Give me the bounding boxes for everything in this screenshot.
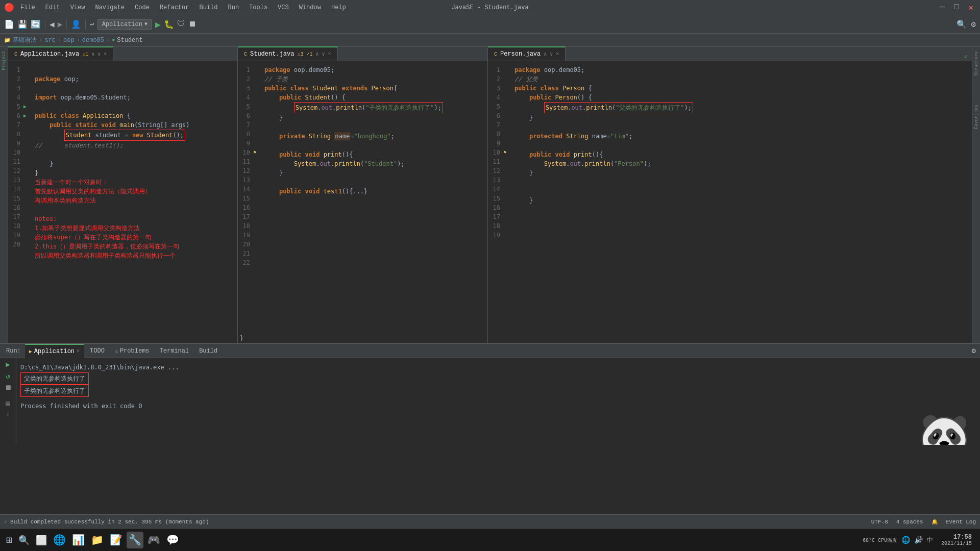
favorites-icon[interactable]: Favorites: [974, 105, 979, 130]
clock[interactable]: 17:58 2021/11/15: [937, 534, 976, 546]
problems-label: Problems: [120, 347, 150, 355]
chinese-input-icon[interactable]: 中: [927, 536, 933, 544]
debug-button[interactable]: 🐛: [164, 19, 174, 30]
code-editor-3[interactable]: 12345 678910 1112131415 16171819 ⚑ packa…: [488, 61, 972, 343]
code-text-1[interactable]: package oop; import oop.demo05.Student; …: [33, 61, 237, 343]
file-menu[interactable]: File: [16, 3, 39, 12]
help-menu[interactable]: Help: [327, 3, 350, 12]
line-numbers-1: 12345 678910 1112131415 1617181920: [8, 61, 22, 343]
code-menu[interactable]: Code: [131, 3, 154, 12]
titlebar-left: 🔴 File Edit View Navigate Code Refactor …: [4, 3, 350, 13]
game-icon[interactable]: 🎮: [145, 532, 162, 548]
terminal-label: Terminal: [160, 347, 189, 355]
person-check-icon: ✓: [964, 53, 968, 61]
event-log-label[interactable]: Event Log: [946, 519, 976, 525]
tab-up-icon-2: ∧: [315, 51, 318, 57]
code-editor-2[interactable]: 12345 678910 1112131415 1617181920 2122 …: [238, 61, 487, 334]
tab-student-java[interactable]: C Student.java ⚠3 ✓1 ∧ ∨ ×: [238, 46, 338, 61]
run-config-selector[interactable]: Application ▼: [97, 19, 152, 30]
volume-icon[interactable]: 🔊: [914, 536, 923, 544]
tab-label-3: Person.java: [500, 51, 541, 58]
sync-icon[interactable]: 🔄: [31, 19, 41, 30]
stop-button[interactable]: ⏹: [188, 19, 197, 29]
rerun-icon[interactable]: ↺: [6, 372, 10, 381]
code-text-2[interactable]: package oop.demo05; // 子类 public class S…: [262, 61, 487, 334]
breadcrumb-src[interactable]: src: [44, 37, 56, 44]
tab-down-icon-3: ∨: [550, 51, 553, 57]
spaces-label[interactable]: 4 spaces: [896, 519, 923, 525]
tab-close-3[interactable]: ×: [556, 52, 559, 57]
breadcrumb-demo05[interactable]: demo05: [82, 37, 104, 44]
settings-icon[interactable]: ⚙: [971, 19, 976, 30]
bottom-content: ▶ ↺ ⏹ ▤ ↕ D:\cs_AI\Java\jdk1.8.0_231\bin…: [0, 358, 980, 445]
console-output: D:\cs_AI\Java\jdk1.8.0_231\bin\java.exe …: [16, 358, 980, 445]
git-icon[interactable]: 👤: [71, 19, 81, 30]
close-button[interactable]: ✕: [966, 3, 976, 13]
wechat-icon[interactable]: 💬: [164, 532, 181, 548]
filter-icon[interactable]: ▤: [6, 399, 10, 408]
undo-icon[interactable]: ↩: [90, 20, 94, 29]
tab-close-2[interactable]: ×: [328, 52, 331, 57]
tab-warn-2: ⚠3 ✓1: [297, 51, 312, 57]
project-sidebar-icon[interactable]: Project: [2, 51, 7, 70]
date-display: 2021/11/15: [941, 541, 972, 546]
view-menu[interactable]: View: [66, 3, 89, 12]
outlook-icon[interactable]: 📊: [70, 532, 87, 548]
run-app-close[interactable]: ×: [77, 348, 80, 354]
tab-person-java[interactable]: C Person.java ∧ ∨ ×: [488, 46, 566, 61]
stop-run-icon[interactable]: ⏹: [5, 384, 12, 392]
code-editor-1[interactable]: 12345 678910 1112131415 1617181920 ▶ ▶ p…: [8, 61, 237, 343]
run-app-label: Application: [34, 348, 75, 355]
maximize-button[interactable]: □: [951, 3, 962, 13]
windows-start-icon[interactable]: ⊞: [4, 532, 14, 548]
forward-icon[interactable]: ▶: [58, 19, 63, 30]
taskview-icon[interactable]: ⬜: [34, 533, 49, 548]
event-log-icon: 🔔: [932, 519, 938, 525]
new-file-icon[interactable]: 📄: [4, 19, 14, 30]
explorer-icon[interactable]: 📁: [89, 532, 106, 548]
breadcrumb-student[interactable]: Student: [117, 37, 142, 44]
breadcrumb-oop[interactable]: oop: [63, 37, 75, 44]
settings-bottom-icon[interactable]: ⚙: [972, 346, 976, 355]
toolbar-sep1: [45, 19, 45, 30]
build-menu[interactable]: Build: [195, 3, 222, 12]
chrome-icon[interactable]: 🌐: [51, 532, 68, 548]
back-icon[interactable]: ◀: [50, 19, 55, 30]
edit-menu[interactable]: Edit: [41, 3, 64, 12]
breadcrumb-sep4: ›: [106, 37, 110, 44]
window-menu[interactable]: Window: [295, 3, 325, 12]
code-text-3[interactable]: package oop.demo05; // 父类 public class P…: [512, 61, 972, 343]
run-with-coverage-button[interactable]: 🛡: [177, 19, 185, 29]
right-sidebar: Structure Favorites: [972, 47, 980, 343]
tab-build[interactable]: Build: [195, 346, 222, 356]
tab-terminal[interactable]: Terminal: [156, 346, 193, 356]
word-icon[interactable]: 📝: [108, 532, 125, 548]
encoding-label[interactable]: UTF-8: [871, 519, 888, 525]
minimize-button[interactable]: —: [937, 3, 947, 13]
refactor-menu[interactable]: Refactor: [156, 3, 193, 12]
search-everywhere-icon[interactable]: 🔍: [957, 19, 967, 30]
tab-todo[interactable]: TODO: [86, 346, 109, 356]
toolbar: 📄 💾 🔄 ◀ ▶ 👤 ↩ Application ▼ ▶ 🐛 🛡 ⏹ 🔍 ⚙: [0, 15, 980, 34]
vcs-menu[interactable]: VCS: [274, 3, 293, 12]
toolbar-sep3: [85, 19, 86, 30]
run-button[interactable]: ▶: [155, 19, 161, 30]
tools-menu[interactable]: Tools: [245, 3, 272, 12]
breadcrumb-root[interactable]: 基础语法: [12, 36, 37, 44]
save-icon[interactable]: 💾: [17, 19, 28, 30]
tab-application-java[interactable]: C Application.java ⚠1 ∧ ∨ ×: [8, 46, 113, 61]
navigate-menu[interactable]: Navigate: [91, 3, 129, 12]
titlebar: 🔴 File Edit View Navigate Code Refactor …: [0, 0, 980, 15]
structure-icon[interactable]: Structure: [974, 51, 979, 76]
scroll-end-icon[interactable]: ↕: [6, 411, 10, 418]
run-menu[interactable]: Run: [224, 3, 243, 12]
tab-problems[interactable]: ⚠ Problems: [111, 346, 154, 356]
run-again-icon[interactable]: ▶: [6, 360, 10, 369]
tab-up-icon-3: ∧: [544, 51, 547, 57]
run-toolbar: ▶ ↺ ⏹ ▤ ↕: [0, 358, 16, 445]
tab-run-app[interactable]: ▶ Application ×: [25, 344, 84, 358]
tab-close-1[interactable]: ×: [104, 52, 107, 57]
search-taskbar-icon[interactable]: 🔍: [16, 533, 32, 548]
network-icon[interactable]: 🌐: [901, 536, 910, 544]
idea-icon[interactable]: 🔧: [127, 532, 143, 548]
